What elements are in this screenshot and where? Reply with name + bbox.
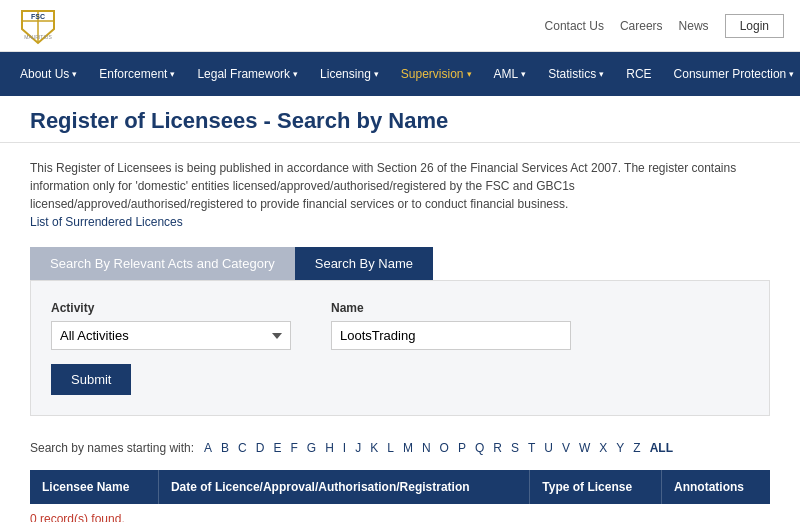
nav-item-legal-framework[interactable]: Legal Framework ▾ <box>187 52 308 96</box>
table-col-date-of-licence/approval/authorisation/registration: Date of Licence/Approval/Authorisation/R… <box>158 470 529 504</box>
results-table: Licensee NameDate of Licence/Approval/Au… <box>30 470 770 504</box>
table-col-annotations: Annotations <box>662 470 770 504</box>
alpha-link-p[interactable]: P <box>455 440 469 456</box>
alpha-link-y[interactable]: Y <box>613 440 627 456</box>
login-button[interactable]: Login <box>725 14 784 38</box>
nav-arrow-icon: ▾ <box>72 69 77 79</box>
alpha-link-l[interactable]: L <box>384 440 397 456</box>
nav-item-aml[interactable]: AML ▾ <box>484 52 537 96</box>
alpha-link-o[interactable]: O <box>437 440 452 456</box>
alpha-link-n[interactable]: N <box>419 440 434 456</box>
nav-arrow-icon: ▾ <box>374 69 379 79</box>
alphabet-search: Search by names starting with: A B C D E… <box>30 440 770 456</box>
tab-search-by-name[interactable]: Search By Name <box>295 247 433 280</box>
alpha-link-i[interactable]: I <box>340 440 349 456</box>
submit-button[interactable]: Submit <box>51 364 131 395</box>
alpha-label: Search by names starting with: <box>30 441 194 455</box>
alpha-link-f[interactable]: F <box>287 440 300 456</box>
alpha-link-w[interactable]: W <box>576 440 593 456</box>
nav-item-rce[interactable]: RCE <box>616 52 661 96</box>
search-tabs: Search By Relevant Acts and CategorySear… <box>30 247 770 280</box>
logo: FSC MAURITIUS <box>12 6 64 48</box>
svg-text:FSC: FSC <box>31 13 45 20</box>
table-col-licensee-name: Licensee Name <box>30 470 158 504</box>
alpha-link-j[interactable]: J <box>352 440 364 456</box>
alpha-link-h[interactable]: H <box>322 440 337 456</box>
nav-item-enforcement[interactable]: Enforcement ▾ <box>89 52 185 96</box>
alpha-link-all[interactable]: ALL <box>647 440 676 456</box>
svg-text:MAURITIUS: MAURITIUS <box>24 34 52 40</box>
alpha-link-q[interactable]: Q <box>472 440 487 456</box>
activity-select[interactable]: All Activities <box>51 321 291 350</box>
news-link[interactable]: News <box>679 19 709 33</box>
page-title: Register of Licensees - Search by Name <box>30 108 770 134</box>
header: FSC MAURITIUS Contact Us Careers News Lo… <box>0 0 800 52</box>
alpha-link-v[interactable]: V <box>559 440 573 456</box>
alpha-link-b[interactable]: B <box>218 440 232 456</box>
nav-arrow-icon: ▾ <box>293 69 298 79</box>
alpha-link-r[interactable]: R <box>490 440 505 456</box>
alpha-link-t[interactable]: T <box>525 440 538 456</box>
search-form: Activity All Activities Name Submit <box>30 280 770 416</box>
nav-item-consumer-protection[interactable]: Consumer Protection ▾ <box>664 52 800 96</box>
page-description: This Register of Licensees is being publ… <box>30 159 770 231</box>
alpha-link-a[interactable]: A <box>201 440 215 456</box>
alpha-link-e[interactable]: E <box>270 440 284 456</box>
name-label: Name <box>331 301 571 315</box>
surrendered-licences-link[interactable]: List of Surrendered Licences <box>30 215 183 229</box>
activity-label: Activity <box>51 301 291 315</box>
content-area: This Register of Licensees is being publ… <box>0 143 800 522</box>
alpha-link-k[interactable]: K <box>367 440 381 456</box>
tab-search-by-relevant-acts-and-category[interactable]: Search By Relevant Acts and Category <box>30 247 295 280</box>
page-title-bar: Register of Licensees - Search by Name <box>0 96 800 143</box>
alpha-link-m[interactable]: M <box>400 440 416 456</box>
main-nav: About Us ▾Enforcement ▾Legal Framework ▾… <box>0 52 800 96</box>
nav-arrow-icon: ▾ <box>467 69 472 79</box>
nav-arrow-icon: ▾ <box>170 69 175 79</box>
alpha-link-c[interactable]: C <box>235 440 250 456</box>
alpha-link-d[interactable]: D <box>253 440 268 456</box>
records-found: 0 record(s) found. <box>30 512 770 522</box>
contact-us-link[interactable]: Contact Us <box>545 19 604 33</box>
nav-item-licensing[interactable]: Licensing ▾ <box>310 52 389 96</box>
alpha-link-z[interactable]: Z <box>630 440 643 456</box>
nav-arrow-icon: ▾ <box>789 69 794 79</box>
nav-item-statistics[interactable]: Statistics ▾ <box>538 52 614 96</box>
careers-link[interactable]: Careers <box>620 19 663 33</box>
activity-group: Activity All Activities <box>51 301 291 350</box>
name-input[interactable] <box>331 321 571 350</box>
alpha-link-u[interactable]: U <box>541 440 556 456</box>
alpha-link-s[interactable]: S <box>508 440 522 456</box>
nav-item-supervision[interactable]: Supervision ▾ <box>391 52 482 96</box>
table-col-type-of-license: Type of License <box>530 470 662 504</box>
table-header: Licensee NameDate of Licence/Approval/Au… <box>30 470 770 504</box>
name-group: Name <box>331 301 571 350</box>
nav-item-about-us[interactable]: About Us ▾ <box>10 52 87 96</box>
nav-arrow-icon: ▾ <box>599 69 604 79</box>
alpha-link-g[interactable]: G <box>304 440 319 456</box>
nav-arrow-icon: ▾ <box>521 69 526 79</box>
alpha-link-x[interactable]: X <box>596 440 610 456</box>
